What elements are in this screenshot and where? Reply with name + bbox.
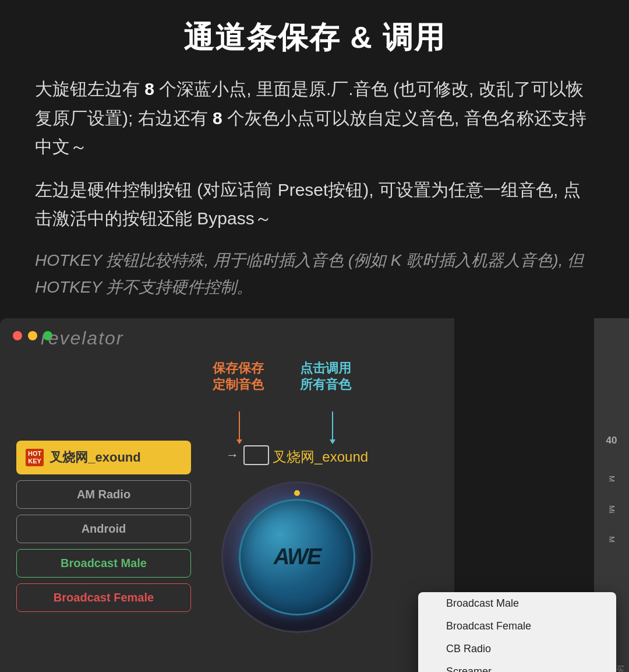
menu-item-label: Broadcast Male [446, 597, 519, 610]
right-label-1: M [607, 476, 616, 482]
app-area: revelator 保存保存定制音色 点击调用所有音色 HOTKEY 叉烧网_e… [0, 318, 629, 672]
annotation-load: 点击调用所有音色 [300, 360, 351, 393]
knob-logo: AWE [274, 544, 321, 569]
top-section: 通道条保存 & 调用 大旋钮左边有 8 个深蓝小点, 里面是原.厂.音色 (也可… [0, 0, 629, 318]
app-title: revelator [41, 328, 124, 349]
preset-button-am-radio[interactable]: AM Radio [16, 480, 191, 509]
right-label-2: Mi [607, 505, 616, 513]
right-label-3: M [607, 536, 616, 543]
menu-item-broadcast-female[interactable]: Broadcast Female [418, 615, 616, 638]
page-title: 通道条保存 & 调用 [35, 17, 594, 58]
description-2: 左边是硬件控制按钮 (对应话筒 Preset按钮), 可设置为任意一组音色, 点… [35, 175, 594, 233]
preset-button-android[interactable]: Android [16, 515, 191, 543]
right-panel-number: 40 [606, 435, 617, 446]
arrow-save-icon [239, 411, 240, 441]
preset-buttons-panel: HOTKEY 叉烧网_exound AM Radio Android Broad… [16, 441, 191, 618]
dropdown-menu: Broadcast Male Broadcast Female CB Radio… [418, 592, 616, 672]
arrow-right-icon: → [226, 448, 239, 463]
menu-item-cb-radio[interactable]: CB Radio [418, 638, 616, 660]
menu-item-label: Broadcast Female [446, 620, 531, 632]
description-3: HOTKEY 按钮比较特殊, 用于临时插入音色 (例如 K 歌时插入机器人音色)… [35, 247, 594, 301]
knob-inner-body: AWE [239, 499, 355, 615]
menu-item-screamer[interactable]: Screamer [418, 660, 616, 672]
close-button[interactable] [13, 331, 22, 340]
knob-indicator-dot [294, 490, 300, 496]
save-icon[interactable] [243, 445, 269, 465]
hotkey-button[interactable]: HOTKEY 叉烧网_exound [16, 441, 191, 474]
arrow-load-icon [332, 411, 333, 441]
minimize-button[interactable] [28, 331, 37, 340]
main-knob[interactable]: AWE [221, 481, 373, 633]
app-window: revelator 保存保存定制音色 点击调用所有音色 HOTKEY 叉烧网_e… [0, 318, 454, 672]
menu-item-label: Screamer [446, 666, 492, 672]
preset-button-broadcast-male[interactable]: Broadcast Male [16, 549, 191, 578]
preset-button-broadcast-female[interactable]: Broadcast Female [16, 583, 191, 612]
hotkey-preset-name: 叉烧网_exound [50, 449, 140, 466]
hotkey-label: HOTKEY [26, 449, 44, 466]
knob-outer-ring: AWE [221, 481, 373, 633]
center-preset-name: 叉烧网_exound [273, 448, 368, 466]
menu-item-label: CB Radio [446, 643, 491, 655]
annotation-save: 保存保存定制音色 [213, 360, 264, 393]
description-1: 大旋钮左边有 8 个深蓝小点, 里面是原.厂.音色 (也可修改, 改乱了可以恢复… [35, 75, 594, 161]
save-icon-area: → [226, 445, 269, 465]
menu-item-broadcast-male[interactable]: Broadcast Male [418, 592, 616, 615]
